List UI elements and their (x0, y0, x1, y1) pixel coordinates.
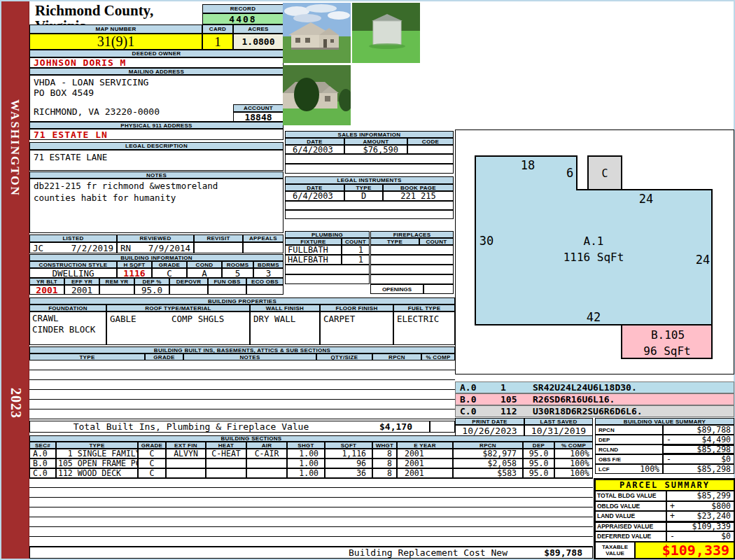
bvs-label-lcf: LCF 100% (595, 464, 663, 474)
sidebar: WASHINGTON 2023 (1, 1, 29, 559)
bs-row-grade: C (138, 449, 166, 458)
legend-code: B.0 (460, 394, 476, 405)
sales-information-label: SALES INFORMATION (285, 131, 454, 138)
account-value: 18848 (233, 112, 284, 122)
photo-front-image (283, 3, 351, 63)
remyr-label: REM YR (99, 278, 134, 285)
reviewed-value: RN 7/9/2014 (117, 242, 194, 253)
bs-shgt-label: SHGT (287, 442, 325, 449)
li-empty-row (285, 201, 454, 210)
yrblt-label: YR BLT (29, 278, 64, 285)
reviewed-by: RN (120, 243, 131, 253)
bs-row-type: 112 WOOD DECK (56, 468, 138, 478)
bs-row-sec: C.0 (29, 468, 56, 478)
sketch-dim-bottom: 42 (587, 310, 601, 324)
bs-row-sqft: 96 (325, 458, 372, 468)
hsqft-value: 1116 (117, 268, 152, 278)
bvs-value-rclnd: $85,298 (663, 444, 734, 454)
sketch-label-a: A.1 (584, 234, 604, 248)
legend-code: A.0 (460, 382, 476, 393)
property-photo-shed (352, 3, 420, 63)
sales-empty-row (285, 164, 454, 174)
cond-value: A (187, 268, 222, 278)
ps-value-total-bldg: $85,299 (666, 491, 734, 501)
ps-label-obldg: OBLDG VALUE (595, 501, 666, 512)
bs-eyear-label: E YEAR (397, 442, 453, 449)
fireplace-count-label: COUNT (419, 238, 454, 245)
foundation-label: FOUNDATION (29, 304, 106, 312)
fireplace-empty-row (370, 274, 454, 284)
total-built-ins-row: Total Built Ins, Plumbing & Fireplace Va… (29, 421, 430, 433)
ps-value-land: +$23,240 (666, 511, 734, 522)
bvs-label-rpcn: RPCN (595, 425, 663, 435)
cond-label: COND (187, 261, 222, 268)
listed-value: JC 7/2/2019 (29, 242, 117, 253)
acres-value: 1.0800 (233, 34, 284, 50)
ps-label-deferred: DEFERRED VALUE (595, 531, 666, 542)
last-saved-value: 10/31/2019 (524, 425, 593, 436)
bs-rpcn-label: RPCN (453, 442, 523, 449)
sales-amount-label: AMOUNT (344, 138, 407, 145)
ps-value-obldg: +$800 (666, 501, 734, 512)
bs-row-type: 1 SINGLE FAMILY (56, 449, 138, 458)
plumbing-empty-row (285, 274, 370, 284)
sales-code-label: CODE (407, 138, 454, 145)
bs-comp-label: % COMP (554, 442, 593, 449)
notes-line1: db221-215 fr richmond &westmoreland (34, 181, 218, 191)
bs-row-air (246, 458, 287, 468)
bvs-value-obs: - $0 (663, 454, 734, 464)
bi-qty-label: QTY/SIZE (316, 354, 372, 360)
bs-row-whgt: 8 (372, 468, 397, 478)
taxable-value-label: TAXABLE VALUE (595, 542, 635, 559)
plumbing-count: 1 (342, 255, 370, 265)
print-date-label: PRINT DATE (455, 418, 524, 425)
foundation-line2: CINDER BLOCK (32, 324, 95, 335)
physical-address-label: PHYSICAL 911 ADDRESS (29, 122, 284, 129)
foundation-value: CRAWL CINDER BLOCK (29, 312, 106, 345)
sketch-legend-row-b: B.0 105 R26SD6R16U6L16. (455, 393, 734, 405)
plumbing-fixture: FULLBATH (285, 245, 342, 255)
effyr-value: 2001 (64, 285, 99, 295)
roof-value: GABLE COMP SHGLS (106, 312, 250, 345)
roof-label: ROOF TYPE/MATERIAL (106, 304, 250, 312)
bs-row-comp: 100% (554, 468, 593, 478)
sketch-label-b: B.105 (651, 328, 685, 342)
rooms-label: ROOMS (222, 261, 253, 268)
reviewed-label: REVIEWED (117, 234, 194, 242)
openings-label: OPENINGS (370, 284, 424, 294)
roof-type: GABLE (110, 314, 136, 324)
bs-row-sec: B.0 (29, 458, 56, 468)
construction-style-value: DWELLING (29, 268, 117, 278)
photo-shed-image (352, 3, 420, 63)
foundation-line1: CRAWL (32, 313, 59, 323)
sale-date: 6/4/2003 (285, 145, 344, 154)
plumbing-label: PLUMBING (285, 231, 370, 238)
bs-extfin-label: EXT FIN (166, 442, 206, 449)
bs-row-extfin: ALVYN (166, 449, 206, 458)
floor-finish-value: CARPET (320, 312, 393, 345)
bs-row-sec: A.0 (29, 449, 56, 458)
listed-date: 7/2/2019 (71, 243, 113, 253)
built-ins-empty-row (29, 360, 455, 370)
ecoobs-label: ECO OBS (246, 278, 284, 285)
openings-value (424, 284, 454, 294)
bs-row-eyear: 2001 (397, 458, 453, 468)
sale-code (407, 145, 454, 154)
legend-vector: U30R18D6R2SU6R6D6L6. (533, 406, 643, 416)
bs-row-rpcn: $82,977 (453, 449, 523, 458)
bs-row-extfin (166, 468, 206, 478)
li-bookpage-label: BOOK PAGE (383, 184, 454, 191)
bs-sec-label: SEC# (29, 442, 56, 449)
sketch-label-b-sqft: 96 SqFt (643, 344, 690, 358)
funobs-label: FUN OBS (208, 278, 246, 285)
bs-row-whgt: 8 (372, 458, 397, 468)
legend-code: C.0 (460, 406, 476, 416)
grade-value: C (152, 268, 187, 278)
ecoobs-value (246, 285, 284, 295)
sketch-legend-row-a: A.0 1 SR42U24L24U6L18D30. (455, 382, 734, 393)
wall-finish-value: DRY WALL (250, 312, 320, 345)
bi-grade-label: GRADE (145, 354, 183, 360)
legend-num: 112 (500, 406, 517, 416)
sales-date-label: DATE (285, 138, 344, 145)
bs-row-heat (206, 458, 246, 468)
